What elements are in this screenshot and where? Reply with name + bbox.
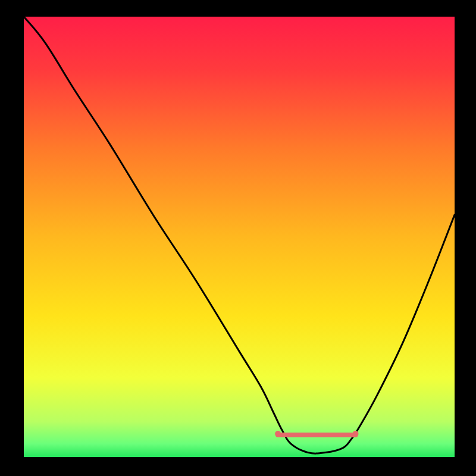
plot-area [24,17,455,457]
chart-svg [0,0,476,476]
frame-right [455,0,476,476]
frame-top [0,0,476,17]
chart-root: TheBottleneck.com [0,0,476,476]
frame-left [0,0,24,476]
frame-bottom [0,457,476,476]
